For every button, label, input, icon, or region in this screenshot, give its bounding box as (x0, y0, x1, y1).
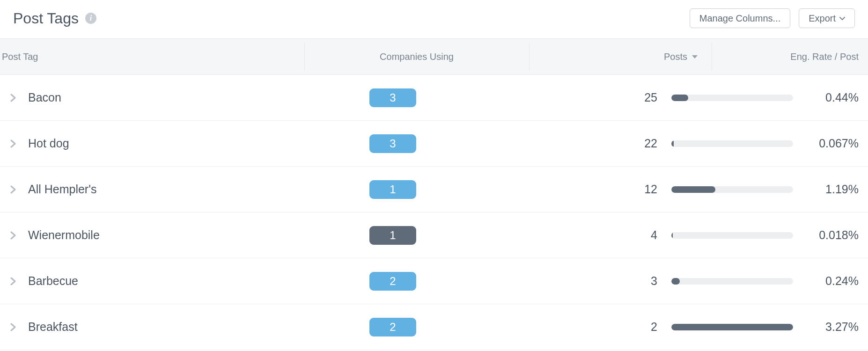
table-row: Wienermobile140.018% (0, 212, 868, 258)
cell-companies: 2 (287, 318, 499, 336)
cell-tag: Bacon (0, 91, 287, 104)
cell-eng-rate: 0.067% (671, 137, 868, 150)
expand-row-icon[interactable] (8, 231, 18, 240)
table-row: All Hempler's1121.19% (0, 167, 868, 212)
expand-row-icon[interactable] (8, 185, 18, 194)
tag-name[interactable]: Breakfast (28, 320, 78, 334)
cell-eng-rate: 0.44% (671, 91, 868, 104)
table-row: Breakfast223.27% (0, 304, 868, 350)
column-header-companies[interactable]: Companies Using (304, 39, 529, 74)
column-header-eng-rate[interactable]: Eng. Rate / Post (712, 39, 868, 74)
eng-rate-value: 0.018% (807, 228, 859, 242)
export-button[interactable]: Export (799, 8, 855, 28)
sort-descending-icon (692, 55, 698, 58)
companies-badge[interactable]: 2 (369, 272, 416, 291)
cell-tag: Hot dog (0, 137, 287, 150)
cell-posts: 12 (499, 183, 671, 196)
cell-tag: All Hempler's (0, 183, 287, 196)
table-row: Bacon3250.44% (0, 75, 868, 121)
posts-value: 4 (651, 228, 657, 242)
eng-rate-meter-fill (671, 324, 793, 330)
cell-tag: Barbecue (0, 274, 287, 288)
eng-rate-value: 1.19% (807, 183, 859, 196)
table-body: Bacon3250.44%Hot dog3220.067%All Hempler… (0, 75, 868, 350)
cell-companies: 3 (287, 134, 499, 153)
eng-rate-meter-fill (671, 95, 688, 101)
cell-companies: 1 (287, 180, 499, 199)
manage-columns-label: Manage Columns... (699, 14, 780, 23)
cell-eng-rate: 3.27% (671, 320, 868, 334)
eng-rate-meter (671, 232, 793, 239)
companies-badge[interactable]: 3 (369, 134, 416, 153)
expand-row-icon[interactable] (8, 94, 18, 102)
eng-rate-meter-fill (671, 278, 680, 285)
tag-name[interactable]: All Hempler's (28, 183, 96, 196)
column-header-posts[interactable]: Posts (529, 39, 712, 74)
column-header-eng-rate-label: Eng. Rate / Post (790, 51, 859, 62)
cell-companies: 1 (287, 226, 499, 245)
companies-badge[interactable]: 2 (369, 318, 416, 336)
cell-eng-rate: 0.018% (671, 228, 868, 242)
eng-rate-meter-fill (671, 232, 673, 239)
column-header-companies-label: Companies Using (380, 51, 454, 62)
expand-row-icon[interactable] (8, 139, 18, 148)
posts-value: 12 (644, 183, 657, 196)
cell-posts: 2 (499, 320, 671, 334)
eng-rate-meter (671, 324, 793, 330)
eng-rate-meter-fill (671, 140, 674, 147)
posts-value: 2 (651, 320, 657, 334)
eng-rate-value: 3.27% (807, 320, 859, 334)
cell-tag: Wienermobile (0, 228, 287, 242)
info-icon[interactable]: i (85, 13, 96, 24)
eng-rate-meter (671, 186, 793, 193)
companies-badge[interactable]: 1 (369, 180, 416, 199)
posts-value: 3 (651, 274, 657, 288)
tag-name[interactable]: Barbecue (28, 274, 78, 288)
tag-name[interactable]: Wienermobile (28, 228, 100, 242)
page-title: Post Tags (13, 10, 79, 27)
expand-row-icon[interactable] (8, 323, 18, 331)
panel-header: Post Tags i Manage Columns... Export (0, 0, 868, 38)
eng-rate-meter (671, 95, 793, 101)
cell-companies: 3 (287, 88, 499, 107)
eng-rate-meter (671, 278, 793, 285)
eng-rate-value: 0.067% (807, 137, 859, 150)
eng-rate-meter (671, 140, 793, 147)
column-header-tag[interactable]: Post Tag (0, 39, 304, 74)
table-header-row: Post Tag Companies Using Posts Eng. Rate… (0, 38, 868, 75)
table-row: Hot dog3220.067% (0, 121, 868, 167)
expand-row-icon[interactable] (8, 277, 18, 285)
cell-tag: Breakfast (0, 320, 287, 334)
cell-eng-rate: 1.19% (671, 183, 868, 196)
panel-title-wrap: Post Tags i (13, 10, 96, 27)
post-tags-panel: Post Tags i Manage Columns... Export Pos… (0, 0, 868, 350)
cell-posts: 25 (499, 91, 671, 104)
companies-badge[interactable]: 3 (369, 88, 416, 107)
posts-value: 22 (644, 137, 657, 150)
tag-name[interactable]: Hot dog (28, 137, 69, 150)
cell-eng-rate: 0.24% (671, 274, 868, 288)
eng-rate-value: 0.44% (807, 91, 859, 104)
posts-value: 25 (644, 91, 657, 104)
eng-rate-meter-fill (671, 186, 715, 193)
cell-posts: 4 (499, 228, 671, 242)
column-header-posts-label: Posts (664, 51, 687, 62)
manage-columns-button[interactable]: Manage Columns... (690, 8, 790, 28)
cell-posts: 22 (499, 137, 671, 150)
header-actions: Manage Columns... Export (690, 8, 855, 28)
export-label: Export (809, 14, 836, 23)
companies-badge[interactable]: 1 (369, 226, 416, 245)
chevron-down-icon (839, 15, 845, 22)
table-row: Barbecue230.24% (0, 258, 868, 304)
cell-posts: 3 (499, 274, 671, 288)
eng-rate-value: 0.24% (807, 274, 859, 288)
cell-companies: 2 (287, 272, 499, 291)
column-header-tag-label: Post Tag (2, 51, 38, 62)
tag-name[interactable]: Bacon (28, 91, 61, 104)
